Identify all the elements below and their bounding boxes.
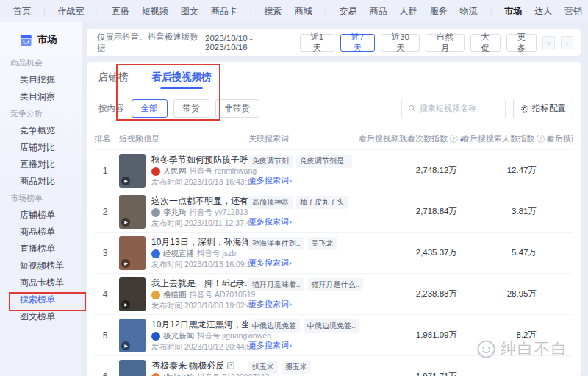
nav-item-short-video[interactable]: 短视频 [142, 5, 168, 18]
play-icon: ▶ [121, 218, 130, 227]
sidebar-item-shop-compare[interactable]: 店铺对比 [0, 139, 82, 156]
next-period-button[interactable]: › [561, 36, 573, 49]
more-keywords-link[interactable]: 更多搜索词› [248, 258, 292, 267]
video-title[interactable]: 10月12日黑龙江黑河，坐船仅需7分钟到达... [151, 319, 262, 331]
nav-item-warroom[interactable]: 作战室 [58, 5, 85, 18]
account-name[interactable]: 佛山电翰 [163, 372, 194, 376]
nav-item-logistics[interactable]: 物流 [459, 5, 477, 18]
keyword-tag[interactable]: 掰玉米 [282, 361, 311, 374]
rank: 1 [94, 166, 116, 176]
keyword-tag[interactable]: 吴飞龙 [308, 237, 337, 250]
avatar [151, 249, 160, 258]
keyword-tag[interactable]: 扒玉米 [248, 361, 278, 374]
more-keywords-link[interactable]: 更多搜索词› [248, 217, 292, 226]
nav-item-mall[interactable]: 商城 [295, 5, 312, 18]
range-button-1d[interactable]: 近1天 [300, 34, 334, 52]
video-thumbnail[interactable]: ▶ [119, 319, 146, 352]
date-range[interactable]: 2023/10/10 - 2023/10/16 [205, 34, 291, 52]
nav-item-marketing[interactable]: 营销 [564, 5, 582, 18]
nav-item-home[interactable]: 首页 [13, 5, 31, 18]
more-keywords-link[interactable]: 更多搜索词› [248, 176, 292, 185]
keyword-tag[interactable]: 柚子皮丸子头 [296, 196, 348, 209]
sidebar-item-competition-overview[interactable]: 竞争概览 [0, 122, 82, 139]
avatar [151, 208, 160, 217]
avatar [151, 332, 160, 341]
play-icon: ▶ [121, 341, 130, 350]
rank: 5 [94, 330, 116, 341]
filter-all[interactable]: 全部 [132, 99, 168, 118]
sidebar-item-live-ranking[interactable]: 直播榜单 [0, 241, 82, 258]
nav-item-service[interactable]: 服务 [429, 5, 447, 18]
range-button-promo[interactable]: 大促 [470, 34, 501, 52]
sidebar-item-search-ranking[interactable]: 搜索榜单 [0, 291, 82, 308]
video-title[interactable]: 秋冬季节如何预防孩子呼吸道感染，钟南山... [151, 154, 262, 166]
keyword-tag[interactable]: 免疫调节剂是.. [296, 155, 352, 168]
keyword-tag[interactable]: 免疫调节剂 [248, 155, 293, 168]
nav-item-audience[interactable]: 人群 [399, 5, 417, 18]
help-icon[interactable]: ? [450, 135, 458, 143]
tab-shop-ranking[interactable]: 店铺榜 [98, 71, 129, 89]
avatar [151, 373, 160, 376]
range-button-7d[interactable]: 近7天 [340, 34, 375, 52]
video-title[interactable]: 我上去就是一脚！#记录猫咪日常 #动物的迷... [151, 277, 262, 290]
account-name[interactable]: 人民网 [163, 166, 187, 177]
sidebar-title: 市场 [37, 33, 57, 46]
nav-item-search[interactable]: 搜索 [265, 5, 282, 18]
keyword-tag[interactable]: 猫拜月意味着.. [248, 278, 304, 291]
more-keywords-link[interactable]: 更多搜索词› [248, 299, 292, 308]
sidebar-item-product-compare[interactable]: 商品对比 [0, 173, 82, 190]
account-name[interactable]: 撸猫圈 [163, 290, 187, 300]
nav-item-graphic[interactable]: 图文 [181, 5, 198, 18]
sidebar-group-opportunity: 商品机会 [0, 54, 82, 71]
video-thumbnail[interactable]: ▶ [119, 195, 146, 229]
top-navigation: 首页| 作战室| 直播 短视频 图文 商品卡| 搜索 商城| 交易 商品 人群 … [0, 0, 588, 22]
account-name[interactable]: 经视直播 [163, 249, 194, 259]
expand-icon[interactable] [227, 362, 234, 369]
range-button-30d[interactable]: 近30天 [381, 34, 420, 52]
sidebar-item-category-insight[interactable]: 类目洞察 [0, 88, 82, 105]
nav-item-trade[interactable]: 交易 [339, 5, 356, 18]
account-name[interactable]: 李兆琦 [163, 207, 187, 218]
video-title[interactable]: 10月13日，深圳，孙海洋出法院后表示对判... [151, 236, 262, 249]
video-thumbnail[interactable]: ▶ [119, 360, 146, 376]
account-name[interactable]: 极光新闻 [163, 331, 194, 341]
video-thumbnail[interactable]: ▶ [119, 277, 146, 311]
keyword-tag[interactable]: 中俄边境免签 [248, 319, 300, 333]
video-thumbnail[interactable]: ▶ [119, 236, 146, 270]
more-keywords-link[interactable]: 更多搜索词› [248, 341, 292, 350]
video-search-input[interactable]: 搜索短视频名称 [401, 99, 506, 118]
sidebar-item-graphic-ranking[interactable]: 图文榜单 [0, 308, 82, 325]
metric-config-button[interactable]: 指标配置 [513, 99, 573, 118]
keyword-tag[interactable]: 孙海洋事件到.. [248, 237, 304, 250]
range-button-natural-month[interactable]: 自然月 [426, 34, 464, 52]
video-title[interactable]: 否极泰来 物极必反 [151, 360, 224, 372]
sidebar-item-category-mining[interactable]: 类目挖掘 [0, 71, 82, 88]
keyword-tag[interactable]: 猫拜月是什么.. [308, 278, 364, 291]
filter-without-goods[interactable]: 非带货 [215, 99, 260, 118]
prev-period-button[interactable]: ‹ [542, 36, 555, 49]
nav-item-influencer[interactable]: 达人 [534, 5, 552, 18]
view-index-value: 1,971.71万 [359, 371, 462, 376]
keyword-tag[interactable]: 中俄边境免签.. [304, 319, 359, 333]
sidebar-item-shop-ranking[interactable]: 店铺榜单 [0, 207, 82, 224]
sidebar-item-product-ranking[interactable]: 商品榜单 [0, 224, 82, 241]
sidebar-item-product-card-ranking[interactable]: 商品卡榜单 [0, 274, 82, 291]
rank: 4 [94, 289, 116, 299]
video-thumbnail[interactable]: ▶ [119, 154, 146, 188]
sidebar-item-short-video-ranking[interactable]: 短视频榜单 [0, 258, 82, 274]
nav-item-live[interactable]: 直播 [112, 5, 129, 18]
keyword-tag[interactable]: 高颅顶神器 [248, 196, 293, 209]
range-button-more[interactable]: 更多 [506, 34, 537, 52]
col-search-index[interactable]: 看后搜搜索人数指数 ? ▲▼ [462, 133, 551, 144]
nav-item-product-card[interactable]: 商品卡 [211, 5, 237, 18]
tab-watch-then-search-video-ranking[interactable]: 看后搜视频榜 [152, 71, 212, 89]
table-row: 4 ▶ 我上去就是一脚！#记录猫咪日常 #动物的迷... 撸猫圈抖音号 AD70… [94, 273, 573, 314]
col-view-index[interactable]: 看后搜视频观看次数指数 ? ▲▼ [359, 133, 464, 144]
watermark-face-icon [476, 339, 496, 359]
filter-with-goods[interactable]: 带货 [173, 99, 209, 118]
nav-item-market[interactable]: 市场 [504, 5, 522, 18]
video-title[interactable]: 这次一点都不明显，还有股柚子的清香，家... [151, 195, 262, 207]
sidebar-item-live-compare[interactable]: 直播对比 [0, 156, 82, 173]
nav-item-product[interactable]: 商品 [369, 5, 387, 18]
col-rank: 排名 [94, 133, 116, 144]
